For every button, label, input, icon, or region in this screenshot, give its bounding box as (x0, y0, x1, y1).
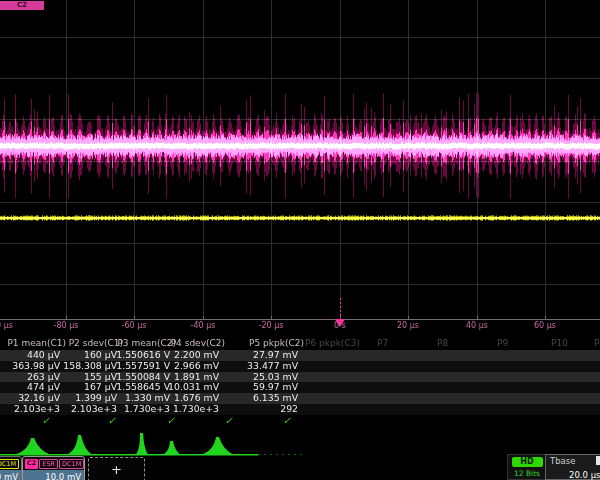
stat-cell-r5-p1: 2.103e+3 (14, 404, 60, 415)
timebase-descriptor[interactable]: Tbase 20.0 µs (545, 454, 600, 480)
param-header-unused-10[interactable]: P10 (551, 338, 568, 348)
param-header-unused-6[interactable]: P6 pkpk(C3) (305, 338, 360, 348)
c1-vertical-scale: 10.0 mV (0, 470, 21, 480)
status-check-p4: ✓ (225, 415, 233, 427)
plus-icon: + (111, 462, 122, 477)
axis-tick-label-7: 40 µs (466, 321, 488, 330)
measure-header-row: P1 mean(C1)P2 sdev(C1)P3 mean(C2)P4 sdev… (0, 336, 600, 350)
param-header-unused-9[interactable]: P9 (497, 338, 508, 348)
stat-cell-r1-p5: 33.477 mV (247, 361, 298, 372)
param-header-unused-8[interactable]: P8 (437, 338, 448, 348)
c2-vertical-scale: 10.0 mV (23, 470, 84, 480)
add-trace-button[interactable]: + (88, 457, 145, 480)
timebase-delay-chip (596, 456, 600, 465)
status-check-p5: ✓ (283, 415, 291, 427)
status-check-p2: ✓ (108, 415, 116, 427)
waveform-graticule (0, 0, 600, 334)
param-header-unused-7[interactable]: P7 (377, 338, 388, 348)
param-header-p3[interactable]: P3 mean(C2) (117, 338, 176, 348)
param-header-p1[interactable]: P1 mean(C1) (7, 338, 66, 348)
axis-tick-label-0: -100 µs (0, 321, 13, 330)
measurement-table: P1 mean(C1)P2 sdev(C1)P3 mean(C2)P4 sdev… (0, 336, 600, 428)
acquisition-box[interactable]: HD 12 Bits (507, 454, 547, 480)
axis-tick-label-5: 0 s (334, 321, 346, 330)
stat-cell-r1-p4: 2.966 mV (174, 361, 219, 372)
axis-tick-label-8: 60 µs (534, 321, 556, 330)
param-header-p2[interactable]: P2 sdev(C1) (69, 338, 123, 348)
oscilloscope-screen: C2 -100 µs-80 µs-60 µs-40 µs-20 µs0 s20 … (0, 0, 600, 480)
stat-cell-r5-p3: 1.730e+3 (124, 404, 170, 415)
hd-mode-badge: HD (512, 457, 543, 467)
c1-coupling-badge: DC1M (0, 459, 19, 469)
axis-tick-label-3: -40 µs (191, 321, 216, 330)
timebase-label: Tbase (550, 456, 575, 466)
c2-channel-badge: C2 (25, 459, 38, 469)
bit-depth-label: 12 Bits (508, 469, 546, 478)
stat-cell-r5-p2: 2.103e+3 (71, 404, 117, 415)
c2-esr-badge: ESR (39, 459, 58, 469)
channel-descriptor-c2[interactable]: C2 ESR DC1M 10.0 mV (22, 456, 85, 480)
trace-annotation-badge[interactable]: C2 (0, 1, 44, 10)
param-header-unused-11[interactable]: P11 (594, 338, 600, 348)
channel-descriptor-c1[interactable]: DC1M 10.0 mV (0, 456, 22, 480)
param-header-p5[interactable]: P5 pkpk(C2) (249, 338, 304, 348)
axis-tick-label-4: -20 µs (259, 321, 284, 330)
axis-tick-label-6: 20 µs (397, 321, 419, 330)
stat-row-5: 2.103e+32.103e+31.730e+31.730e+3292 (0, 404, 600, 415)
status-check-p3: ✓ (167, 415, 175, 427)
status-row: ✓✓✓✓✓ (0, 415, 600, 428)
axis-tick-label-1: -80 µs (54, 321, 79, 330)
stat-row-1: 363.98 µV158.308 µV1.557591 V2.966 mV33.… (0, 361, 600, 372)
c2-coupling-badge: DC1M (59, 459, 84, 469)
axis-tick-label-2: -60 µs (122, 321, 147, 330)
stat-cell-r5-p4: 1.730e+3 (173, 404, 219, 415)
stat-cell-r1-p2: 158.308 µV (63, 361, 117, 372)
stat-cell-r1-p3: 1.557591 V (116, 361, 170, 372)
status-check-p1: ✓ (42, 415, 50, 427)
stat-cell-r5-p5: 292 (280, 404, 298, 415)
param-header-p4[interactable]: P4 sdev(C2) (171, 338, 225, 348)
stat-cell-r1-p1: 363.98 µV (12, 361, 60, 372)
timebase-scale-value: 20.0 µs (569, 470, 600, 480)
